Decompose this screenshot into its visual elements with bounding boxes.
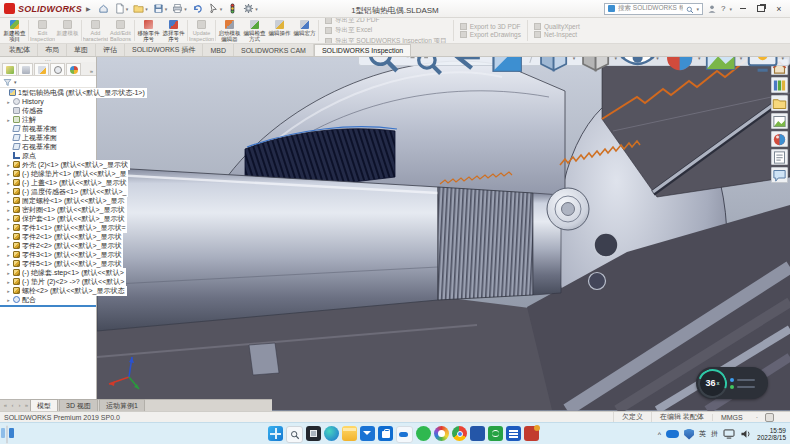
taskbar-chrome-button[interactable] xyxy=(452,426,467,441)
search-dropdown-icon[interactable]: ▾ xyxy=(697,6,700,12)
expand-arrow-icon[interactable]: ▸ xyxy=(6,234,11,240)
filter-dropdown-icon[interactable]: ▾ xyxy=(14,79,17,85)
open-button[interactable]: ▾ xyxy=(133,2,148,16)
tab-ribbon-4[interactable]: SOLIDWORKS 插件 xyxy=(125,44,203,56)
tree-filter[interactable]: ▾ xyxy=(0,76,96,88)
restore-button[interactable] xyxy=(754,3,768,15)
expand-arrow-icon[interactable]: ▸ xyxy=(6,171,11,177)
tab-ribbon-3[interactable]: 评估 xyxy=(96,44,125,56)
taskbar-edge-button[interactable] xyxy=(324,426,339,441)
model-tab[interactable]: 3D 视图 xyxy=(59,399,98,411)
ribbon-export-button[interactable]: Export to 3D PDF xyxy=(460,23,521,30)
taskbar-solidworks-taskbar-button[interactable] xyxy=(524,426,539,441)
help-button[interactable]: ? xyxy=(721,4,725,13)
expand-arrow-icon[interactable]: ▸ xyxy=(6,180,11,186)
appearances-button[interactable] xyxy=(771,131,788,147)
configurationmanager-tab-button[interactable] xyxy=(34,63,49,75)
widget-row[interactable] xyxy=(730,378,764,382)
tree-item[interactable]: 右视基准面 xyxy=(0,142,96,151)
help-dropdown-icon[interactable]: ▾ xyxy=(729,6,732,12)
help-search-input[interactable]: 搜索 SOLIDWORKS 帮助 ▾ xyxy=(604,3,703,15)
expand-arrow-icon[interactable]: ▸ xyxy=(6,270,11,276)
widget-row[interactable] xyxy=(730,385,764,389)
propertymanager-tab-button[interactable] xyxy=(18,63,33,75)
graphics-area[interactable] xyxy=(97,57,790,411)
file-explorer-pane-button[interactable] xyxy=(771,95,788,111)
volume-icon[interactable] xyxy=(740,429,752,439)
tab-ribbon-0[interactable]: 装配体 xyxy=(2,44,38,56)
tab-ribbon-5[interactable]: MBD xyxy=(203,44,234,56)
tab-nav-button[interactable]: ‹ xyxy=(9,400,16,411)
onedrive-tray-icon[interactable] xyxy=(666,430,679,438)
expand-arrow-icon[interactable]: ▸ xyxy=(6,117,11,123)
tree-item[interactable]: 传感器 xyxy=(0,106,96,115)
expand-arrow-icon[interactable]: ▸ xyxy=(6,279,11,285)
ribbon-button[interactable]: Update Inspection Project xyxy=(189,18,214,43)
displaymanager-tab-button[interactable] xyxy=(66,63,81,75)
expand-arrow-icon[interactable]: ▸ xyxy=(6,207,11,213)
taskbar-store-button[interactable] xyxy=(378,426,393,441)
design-library-button[interactable] xyxy=(771,77,788,93)
ime-indicator[interactable]: 拼 xyxy=(711,429,718,439)
status-badge-icon[interactable] xyxy=(765,413,774,422)
print-button[interactable]: ▾ xyxy=(172,2,187,16)
defender-tray-icon[interactable] xyxy=(684,429,694,440)
taskbar-onedrive-button[interactable] xyxy=(396,426,413,443)
expand-arrow-icon[interactable]: ▸ xyxy=(6,288,11,294)
taskbar-file-explorer-button[interactable] xyxy=(342,426,357,441)
tab-ribbon-1[interactable]: 布局 xyxy=(38,44,67,56)
minimize-button[interactable] xyxy=(736,3,750,15)
panel-splitter[interactable] xyxy=(0,305,96,307)
ribbon-button[interactable]: 新建检查项目 (imp:N) xyxy=(2,18,27,43)
expand-arrow-icon[interactable]: ▸ xyxy=(6,297,11,303)
taskbar-photos-button[interactable] xyxy=(434,426,449,441)
interference-lights-button[interactable] xyxy=(227,2,238,16)
forum-button[interactable] xyxy=(771,167,788,183)
expand-arrow-icon[interactable]: ▸ xyxy=(6,252,11,258)
model-tab[interactable]: 运动算例1 xyxy=(99,399,145,411)
language-indicator[interactable]: 英 xyxy=(699,429,706,439)
dimxpertmanager-tab-button[interactable] xyxy=(50,63,65,75)
custom-properties-button[interactable] xyxy=(771,149,788,165)
magnifier-widget[interactable]: 36 x xyxy=(696,367,768,399)
taskbar-clock[interactable]: 15:592022/8/15 xyxy=(757,427,786,442)
panel-chevron[interactable]: » xyxy=(90,68,94,75)
expand-arrow-icon[interactable]: ▸ xyxy=(6,99,11,105)
tab-ribbon-6[interactable]: SOLIDWORKS CAM xyxy=(234,44,314,56)
ribbon-export-button[interactable]: 导出至 SOLIDWORKS Inspection 项目 xyxy=(325,37,447,45)
expand-arrow-icon[interactable]: ▸ xyxy=(6,198,11,204)
ribbon-export-button[interactable]: QualityXpert xyxy=(534,23,580,30)
ribbon-export-button[interactable]: Net-Inspect xyxy=(534,31,580,38)
tray-chevron-up-icon[interactable]: ^ xyxy=(658,431,661,438)
ribbon-button[interactable]: 编辑检查方式 xyxy=(242,18,267,43)
expand-arrow-icon[interactable]: ▸ xyxy=(6,225,11,231)
tab-solidworks-inspection[interactable]: SOLIDWORKS Inspection xyxy=(314,44,411,56)
ribbon-button[interactable]: 编辑宏方 xyxy=(292,18,317,43)
model-tab[interactable]: 模型 xyxy=(30,399,58,411)
taskbar-reader-blue-button[interactable] xyxy=(470,426,485,441)
expand-arrow-icon[interactable]: ▸ xyxy=(6,261,11,267)
menu-flyout-arrow-icon[interactable]: ▶ xyxy=(86,5,91,12)
tab-nav-button[interactable]: » xyxy=(23,400,30,411)
ribbon-export-button[interactable]: 导出至 Excel xyxy=(325,26,447,35)
taskbar-search-button[interactable] xyxy=(286,426,303,443)
tree-item[interactable]: ▸History xyxy=(0,97,96,106)
tree-item[interactable]: ▸螺栓<2> (默认<<默认>_显示状态 xyxy=(0,286,96,295)
tab-ribbon-2[interactable]: 草图 xyxy=(67,44,96,56)
user-icon[interactable] xyxy=(707,4,717,14)
ribbon-button[interactable]: 启动模板编辑器 xyxy=(217,18,242,43)
taskbar-word-button[interactable] xyxy=(506,426,521,441)
expand-arrow-icon[interactable]: ▸ xyxy=(6,243,11,249)
close-button[interactable]: × xyxy=(772,3,786,15)
save-button[interactable]: ▾ xyxy=(153,2,168,16)
ribbon-button[interactable]: 新建模板 xyxy=(55,18,80,43)
tab-nav-button[interactable]: › xyxy=(16,400,23,411)
ribbon-button[interactable]: 移除零件序号 xyxy=(136,18,161,43)
select-button[interactable]: ▾ xyxy=(208,2,223,16)
options-gear-button[interactable]: ▾ xyxy=(243,2,258,16)
ribbon-button[interactable]: Add Characteristic xyxy=(83,18,108,43)
view-palette-button[interactable] xyxy=(771,113,788,129)
taskbar-wps-button[interactable] xyxy=(488,426,503,441)
expand-arrow-icon[interactable]: ▸ xyxy=(6,189,11,195)
cast-icon[interactable] xyxy=(723,429,735,439)
